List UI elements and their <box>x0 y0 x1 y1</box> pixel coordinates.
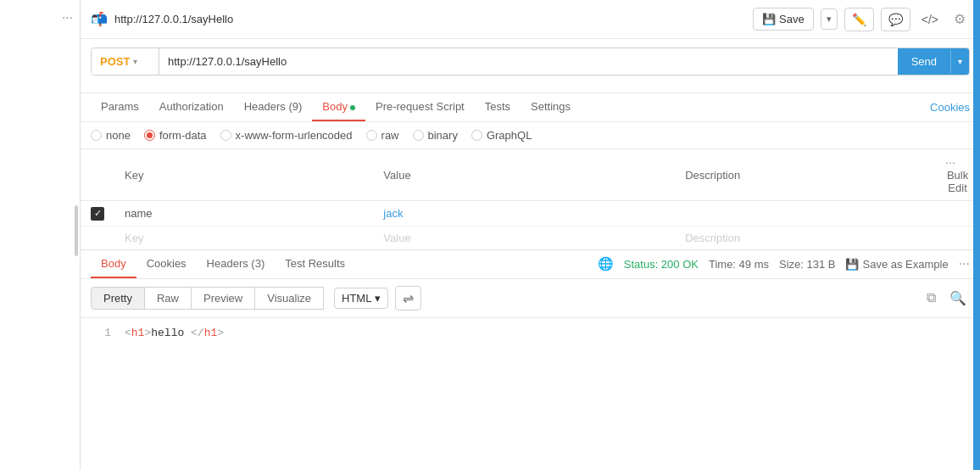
globe-icon: 🌐 <box>598 256 614 271</box>
response-format-bar: Pretty Raw Preview Visualize HTML ▾ ⇌ ⧉ … <box>81 279 980 318</box>
top-bar: 📬 http://127.0.0.1/sayHello 💾 Save ▾ ✏️ … <box>81 0 980 39</box>
body-dot-indicator <box>350 105 355 110</box>
body-type-binary[interactable]: binary <box>413 129 458 142</box>
table-row: name jack <box>81 201 980 227</box>
tab-headers[interactable]: Headers (9) <box>234 93 313 121</box>
format-tab-raw[interactable]: Raw <box>145 287 192 310</box>
method-selector[interactable]: POST ▾ <box>92 48 159 75</box>
tab-tests[interactable]: Tests <box>475 93 521 121</box>
table-header-checkbox-col <box>81 149 114 201</box>
request-tabs-bar: Params Authorization Headers (9) Body Pr… <box>81 93 980 122</box>
tab-params[interactable]: Params <box>91 93 149 121</box>
save-disk-icon: 💾 <box>762 13 776 25</box>
format-tab-preview[interactable]: Preview <box>192 287 255 310</box>
body-type-raw[interactable]: raw <box>366 129 399 142</box>
format-actions-right: ⧉ 🔍 <box>923 287 970 310</box>
row-key-cell-empty: Key <box>114 226 373 249</box>
tab-settings[interactable]: Settings <box>521 93 581 121</box>
right-scrollbar-indicator <box>973 0 980 470</box>
sidebar-scrollbar[interactable] <box>75 205 78 256</box>
form-data-table: Key Value Description ··· Bulk Edit <box>81 149 980 249</box>
table-header-description: Description <box>675 149 935 201</box>
row-checkbox-cell <box>81 201 114 227</box>
radio-urlencoded <box>220 130 231 141</box>
settings-icon-button[interactable]: ⚙ <box>949 7 970 31</box>
code-view-button[interactable]: </> <box>917 8 943 31</box>
copy-button[interactable]: ⧉ <box>923 287 939 309</box>
response-tabs-bar: Body Cookies Headers (3) Test Results 🌐 … <box>81 250 980 279</box>
tab-prerequest[interactable]: Pre-request Script <box>365 93 475 121</box>
save-dropdown-button[interactable]: ▾ <box>821 8 838 30</box>
row-description-cell-empty: Description <box>675 226 935 249</box>
tab-authorization[interactable]: Authorization <box>149 93 234 121</box>
body-type-form-data[interactable]: form-data <box>144 129 207 142</box>
table-header-key: Key <box>114 149 373 201</box>
checkbox-checked[interactable] <box>91 207 104 221</box>
html-type-label: HTML <box>342 292 371 305</box>
save-label: Save <box>779 13 805 25</box>
comment-icon-button[interactable]: 💬 <box>881 8 910 31</box>
response-more-button[interactable]: ··· <box>959 256 970 271</box>
response-tab-headers[interactable]: Headers (3) <box>197 250 276 278</box>
sidebar: ··· <box>0 0 81 470</box>
main-content: 📬 http://127.0.0.1/sayHello 💾 Save ▾ ✏️ … <box>81 0 980 470</box>
code-view: 1 <h1>hello </h1> <box>81 318 980 471</box>
value-placeholder[interactable]: Value <box>383 232 410 244</box>
row-key-value[interactable]: name <box>125 207 153 220</box>
radio-graphql <box>471 130 482 141</box>
body-type-urlencoded-label: x-www-form-urlencoded <box>236 129 353 142</box>
top-bar-url: http://127.0.0.1/sayHello <box>114 13 746 25</box>
wrap-lines-button[interactable]: ⇌ <box>395 286 421 311</box>
html-type-selector[interactable]: HTML ▾ <box>334 288 388 309</box>
edit-icon-button[interactable]: ✏️ <box>844 8 874 31</box>
table-row: Key Value Description <box>81 226 980 249</box>
method-chevron-icon: ▾ <box>133 57 137 66</box>
key-placeholder[interactable]: Key <box>125 232 143 244</box>
sidebar-more-icon[interactable]: ··· <box>55 7 80 29</box>
response-size: Size: 131 B <box>779 258 836 271</box>
response-section: Body Cookies Headers (3) Test Results 🌐 … <box>81 249 980 471</box>
body-type-graphql[interactable]: GraphQL <box>471 129 532 142</box>
cookies-link[interactable]: Cookies <box>930 94 970 120</box>
radio-binary <box>413 130 424 141</box>
save-example-label: Save as Example <box>862 258 948 271</box>
tab-body[interactable]: Body <box>312 93 365 121</box>
format-tab-pretty[interactable]: Pretty <box>91 287 145 310</box>
save-example-icon: 💾 <box>845 258 859 271</box>
request-section: POST ▾ Send ▾ <box>81 39 980 93</box>
send-button[interactable]: Send ▾ <box>898 48 969 75</box>
body-type-bar: none form-data x-www-form-urlencoded raw… <box>81 122 980 149</box>
status-badge: Status: 200 OK <box>624 258 699 271</box>
body-type-raw-label: raw <box>381 129 399 142</box>
body-type-form-data-label: form-data <box>159 129 207 142</box>
url-input[interactable] <box>159 48 898 75</box>
code-content-1: <h1>hello </h1> <box>125 327 224 339</box>
response-tab-test-results[interactable]: Test Results <box>275 250 355 278</box>
radio-raw <box>366 130 377 141</box>
row-value-cell-empty: Value <box>373 226 675 249</box>
response-tab-cookies[interactable]: Cookies <box>136 250 197 278</box>
search-button[interactable]: 🔍 <box>946 287 970 310</box>
response-tab-body[interactable]: Body <box>91 250 136 278</box>
url-bar: POST ▾ Send ▾ <box>91 48 970 76</box>
table-header-value: Value <box>373 149 675 201</box>
save-button[interactable]: 💾 Save <box>753 8 814 31</box>
body-type-none-label: none <box>106 129 131 142</box>
bulk-edit-button[interactable]: Bulk Edit <box>945 169 970 194</box>
body-type-none[interactable]: none <box>91 129 131 142</box>
description-placeholder[interactable]: Description <box>685 232 740 244</box>
code-line-1: 1 <h1>hello </h1> <box>81 325 980 341</box>
table-more-button[interactable]: ··· <box>945 155 955 169</box>
send-chevron-icon[interactable]: ▾ <box>950 50 969 73</box>
format-tab-visualize[interactable]: Visualize <box>255 287 324 310</box>
row-value-value[interactable]: jack <box>383 207 403 220</box>
response-time: Time: 49 ms <box>709 258 769 271</box>
row-description-cell <box>675 201 935 227</box>
row-checkbox-cell-empty <box>81 226 114 249</box>
body-type-urlencoded[interactable]: x-www-form-urlencoded <box>220 129 353 142</box>
top-bar-actions: 💾 Save ▾ ✏️ 💬 </> ⚙ <box>753 7 970 31</box>
row-key-cell: name <box>114 201 373 227</box>
send-label: Send <box>898 48 950 75</box>
save-example-button[interactable]: 💾 Save as Example <box>845 258 948 271</box>
radio-none <box>91 130 102 141</box>
